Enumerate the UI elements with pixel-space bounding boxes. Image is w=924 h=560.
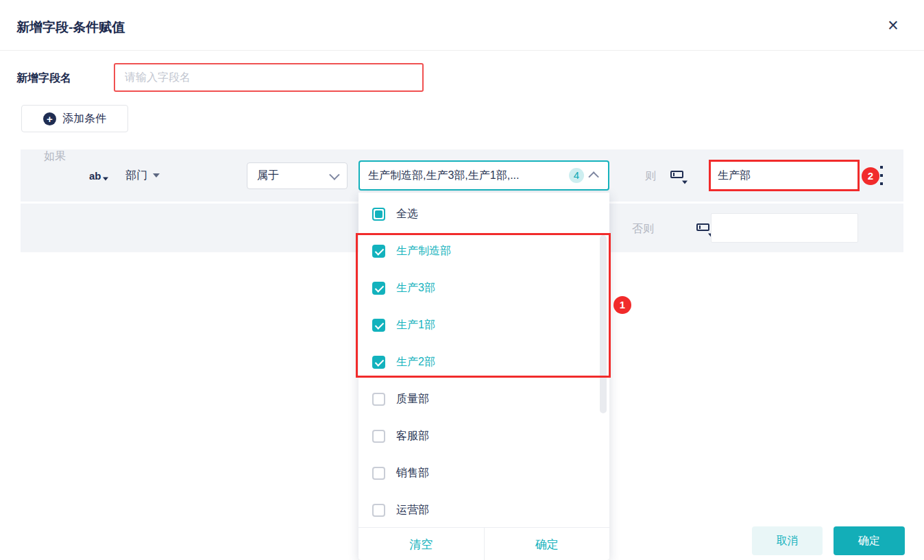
- chevron-up-icon: [588, 171, 599, 182]
- dropdown-option[interactable]: 生产2部: [358, 343, 609, 380]
- dropdown-option[interactable]: 运营部: [358, 491, 609, 528]
- annotation-step-1: 1: [613, 296, 631, 314]
- dialog-header: 新增字段-条件赋值 ×: [0, 0, 924, 51]
- dropdown-clear-button[interactable]: 清空: [358, 528, 484, 560]
- cancel-button[interactable]: 取消: [752, 526, 823, 555]
- selected-count-badge: 4: [569, 168, 584, 183]
- plus-icon: +: [43, 112, 56, 125]
- scrollbar-thumb[interactable]: [600, 235, 607, 413]
- dropdown-option[interactable]: 销售部: [358, 454, 609, 491]
- dropdown-option[interactable]: 质量部: [358, 380, 609, 417]
- dropdown-footer: 清空 确定: [358, 527, 609, 560]
- field-name-label: 新增字段名: [16, 71, 71, 86]
- field-type-icon[interactable]: ab: [89, 149, 107, 202]
- chevron-down-icon: [153, 173, 160, 178]
- field-select[interactable]: 部门: [125, 149, 160, 202]
- confirm-button[interactable]: 确定: [834, 526, 905, 555]
- then-value-input[interactable]: [711, 162, 858, 189]
- checkbox-icon[interactable]: [372, 430, 385, 443]
- field-name-input[interactable]: [114, 63, 424, 92]
- close-icon[interactable]: ×: [883, 15, 903, 36]
- chevron-down-icon: [329, 169, 340, 180]
- dropdown-option[interactable]: 客服部: [358, 417, 609, 454]
- checkbox-icon[interactable]: [372, 245, 385, 258]
- else-label: 否则: [632, 222, 654, 236]
- select-all-option[interactable]: 全选: [358, 195, 609, 232]
- dropdown-option[interactable]: 生产1部: [358, 306, 609, 343]
- value-type-icon[interactable]: [670, 169, 687, 183]
- more-menu-icon[interactable]: [880, 166, 884, 186]
- dropdown-confirm-button[interactable]: 确定: [484, 528, 610, 560]
- else-value-input[interactable]: [711, 213, 858, 243]
- if-label: 如果: [44, 149, 66, 164]
- then-label: 则: [645, 169, 656, 184]
- dropdown-option[interactable]: 生产制造部: [358, 232, 609, 269]
- operator-select[interactable]: 属于: [247, 162, 348, 189]
- select-all-label: 全选: [396, 207, 418, 221]
- checkbox-icon[interactable]: [372, 504, 385, 517]
- checkbox-icon[interactable]: [372, 393, 385, 406]
- add-condition-button[interactable]: + 添加条件: [21, 105, 128, 132]
- checkbox-icon[interactable]: [372, 319, 385, 332]
- checkbox-indeterminate-icon[interactable]: [372, 208, 385, 221]
- dropdown-option[interactable]: 生产3部: [358, 269, 609, 306]
- dialog-title: 新增字段-条件赋值: [16, 19, 125, 36]
- values-display: 生产制造部,生产3部,生产1部,...: [368, 169, 569, 183]
- dropdown-list: 全选 生产制造部 生产3部 生产1部 生产2部 质量部 客服部 销售部 运营部: [358, 195, 609, 528]
- multiselect-dropdown-panel: 全选 生产制造部 生产3部 生产1部 生产2部 质量部 客服部 销售部 运营部: [358, 193, 609, 560]
- then-value-annotation-box: [709, 160, 860, 191]
- values-multiselect[interactable]: 生产制造部,生产3部,生产1部,... 4: [358, 160, 609, 191]
- checkbox-icon[interactable]: [372, 356, 385, 369]
- add-condition-label: 添加条件: [62, 112, 106, 126]
- annotation-step-2: 2: [862, 167, 879, 185]
- checkbox-icon[interactable]: [372, 282, 385, 295]
- checkbox-icon[interactable]: [372, 467, 385, 480]
